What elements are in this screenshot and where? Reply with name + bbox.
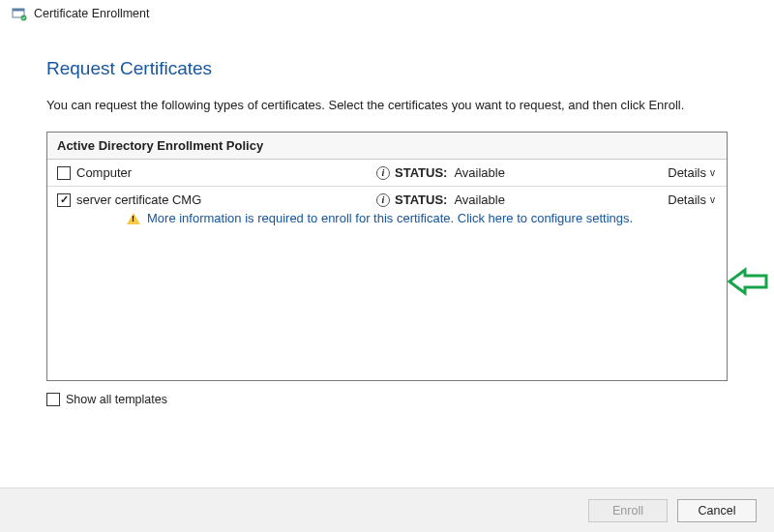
cert-checkbox-server-cmg[interactable] bbox=[57, 193, 71, 207]
cert-row-top: server certificate CMG i STATUS: Availab… bbox=[57, 192, 715, 207]
status-wrap: i STATUS: Available bbox=[376, 192, 668, 207]
window-title: Certificate Enrollment bbox=[34, 7, 150, 20]
intro-text: You can request the following types of c… bbox=[46, 97, 728, 114]
cert-name-wrap: Computer bbox=[57, 165, 376, 180]
cert-row-top: Computer i STATUS: Available Details v bbox=[57, 165, 715, 180]
status-value: Available bbox=[454, 192, 505, 207]
policy-header: Active Directory Enrollment Policy bbox=[47, 133, 727, 160]
info-icon: i bbox=[376, 193, 390, 207]
details-label: Details bbox=[668, 165, 706, 180]
show-all-wrap: Show all templates bbox=[46, 393, 728, 406]
titlebar: Certificate Enrollment bbox=[0, 0, 774, 29]
details-toggle-server-cmg[interactable]: Details v bbox=[668, 192, 715, 207]
details-label: Details bbox=[668, 192, 706, 207]
cert-checkbox-computer[interactable] bbox=[57, 166, 71, 180]
status-label: STATUS: bbox=[395, 192, 447, 207]
cert-name-wrap: server certificate CMG bbox=[57, 192, 376, 207]
cert-name: server certificate CMG bbox=[76, 192, 201, 207]
info-icon: i bbox=[376, 166, 390, 180]
cert-name: Computer bbox=[76, 165, 132, 180]
status-label: STATUS: bbox=[395, 165, 447, 180]
svg-rect-1 bbox=[13, 9, 24, 12]
content-area: Request Certificates You can request the… bbox=[0, 58, 774, 406]
cert-row-server-cmg: server certificate CMG i STATUS: Availab… bbox=[47, 187, 727, 233]
enroll-button: Enroll bbox=[588, 499, 668, 522]
annotation-arrow-icon bbox=[728, 266, 770, 300]
page-title: Request Certificates bbox=[46, 58, 728, 79]
details-toggle-computer[interactable]: Details v bbox=[668, 165, 715, 180]
configure-settings-link[interactable]: More information is required to enroll f… bbox=[147, 211, 633, 225]
warning-icon bbox=[127, 213, 140, 224]
certificate-enrollment-icon bbox=[12, 6, 27, 21]
status-value: Available bbox=[454, 165, 505, 180]
show-all-label: Show all templates bbox=[66, 393, 167, 406]
show-all-checkbox[interactable] bbox=[46, 393, 60, 406]
warning-row: More information is required to enroll f… bbox=[57, 207, 715, 227]
chevron-down-icon: v bbox=[710, 194, 715, 205]
footer: Enroll Cancel bbox=[0, 488, 774, 532]
chevron-down-icon: v bbox=[710, 167, 715, 178]
cancel-button[interactable]: Cancel bbox=[677, 499, 757, 522]
policy-box: Active Directory Enrollment Policy Compu… bbox=[46, 132, 728, 381]
cert-row-computer: Computer i STATUS: Available Details v bbox=[47, 160, 727, 187]
status-wrap: i STATUS: Available bbox=[376, 165, 668, 180]
